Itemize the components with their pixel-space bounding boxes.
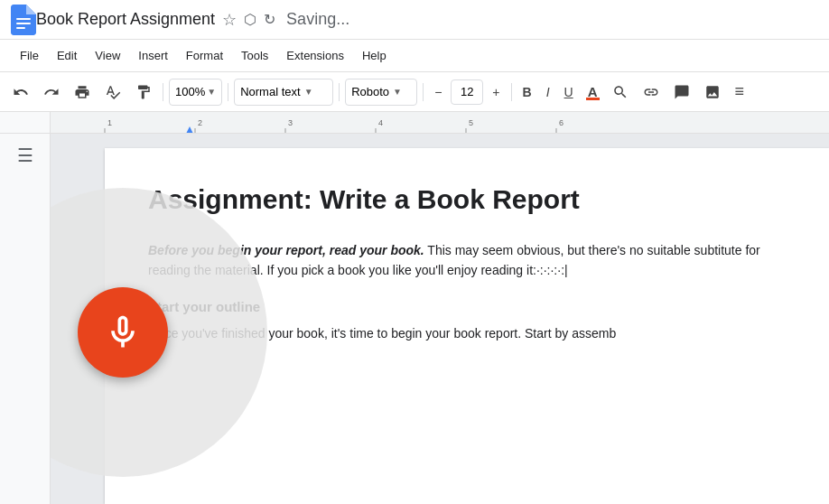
font-color-button[interactable]: A [582, 80, 603, 103]
text-style-selector[interactable]: Normal text ▼ [234, 79, 333, 106]
divider-3 [339, 83, 340, 101]
doc-heading: Assignment: Write a Book Report [148, 184, 786, 215]
voice-record-button[interactable] [78, 287, 168, 378]
underline-button[interactable]: U [559, 81, 579, 103]
svg-text:1: 1 [107, 118, 112, 127]
menu-bar: File Edit View Insert Format Tools Exten… [0, 40, 829, 72]
zoom-selector[interactable]: 100% ▼ [169, 79, 222, 106]
svg-marker-15 [186, 126, 193, 134]
menu-insert[interactable]: Insert [129, 45, 177, 66]
spellcheck-button[interactable] [99, 80, 126, 104]
ruler-content: 1 2 3 4 5 6 [51, 112, 829, 133]
undo-button[interactable] [7, 80, 34, 104]
doc-area: Assignment: Write a Book Report Before y… [51, 134, 829, 504]
italic-button[interactable]: I [541, 81, 555, 103]
outline-icon[interactable]: ☰ [17, 145, 33, 166]
svg-rect-1 [16, 23, 31, 24]
menu-help[interactable]: Help [353, 45, 396, 66]
zoom-value: 100% [175, 85, 205, 98]
decrease-fontsize-button[interactable]: − [429, 81, 447, 103]
cloud-icon[interactable]: ↻ [264, 11, 275, 28]
paintformat-button[interactable] [130, 80, 157, 104]
print-button[interactable] [69, 80, 96, 104]
divider-2 [228, 83, 228, 101]
divider-5 [511, 83, 512, 101]
menu-tools[interactable]: Tools [232, 45, 277, 66]
increase-fontsize-button[interactable]: + [487, 81, 505, 103]
saving-status: Saving... [286, 10, 349, 29]
highlight-button[interactable] [607, 80, 634, 104]
gdoc-icon [11, 5, 36, 35]
font-size-input[interactable]: 12 [451, 79, 483, 105]
more-options-button[interactable]: ≡ [730, 79, 750, 105]
menu-file[interactable]: File [11, 45, 48, 66]
microphone-icon [103, 313, 143, 352]
svg-rect-0 [16, 18, 31, 20]
menu-view[interactable]: View [86, 45, 129, 66]
menu-format[interactable]: Format [177, 45, 232, 66]
main-area: ☰ Assignment: Write a Book Report Before… [0, 134, 829, 504]
redo-button[interactable] [38, 80, 65, 104]
svg-rect-2 [16, 27, 25, 29]
svg-text:5: 5 [469, 118, 473, 127]
title-icons: ☆ ⬡ ↻ Saving... [222, 10, 349, 30]
toolbar: 100% ▼ Normal text ▼ Roboto ▼ − 12 + B I… [0, 72, 829, 112]
style-chevron: ▼ [304, 87, 313, 97]
title-bar: Book Report Assignment ☆ ⬡ ↻ Saving... [0, 0, 829, 40]
comment-button[interactable] [668, 80, 695, 104]
text-style-label: Normal text [240, 85, 300, 98]
svg-text:6: 6 [559, 118, 564, 127]
folder-icon[interactable]: ⬡ [244, 11, 256, 28]
ruler: 1 2 3 4 5 6 [0, 112, 829, 134]
insert-image-button[interactable] [699, 80, 726, 104]
font-selector[interactable]: Roboto ▼ [345, 79, 417, 106]
svg-text:3: 3 [288, 118, 293, 127]
font-label: Roboto [351, 85, 389, 98]
menu-edit[interactable]: Edit [48, 45, 86, 66]
menu-extensions[interactable]: Extensions [277, 45, 353, 66]
divider-4 [423, 83, 424, 101]
document-title: Book Report Assignment [36, 10, 215, 29]
svg-text:2: 2 [198, 118, 202, 127]
sidebar: ☰ [0, 134, 51, 504]
zoom-chevron: ▼ [207, 87, 216, 97]
star-icon[interactable]: ☆ [222, 10, 237, 30]
svg-text:4: 4 [378, 118, 383, 127]
bold-button[interactable]: B [517, 81, 537, 103]
divider-1 [163, 83, 163, 101]
font-chevron: ▼ [393, 87, 402, 97]
link-button[interactable] [638, 80, 665, 104]
